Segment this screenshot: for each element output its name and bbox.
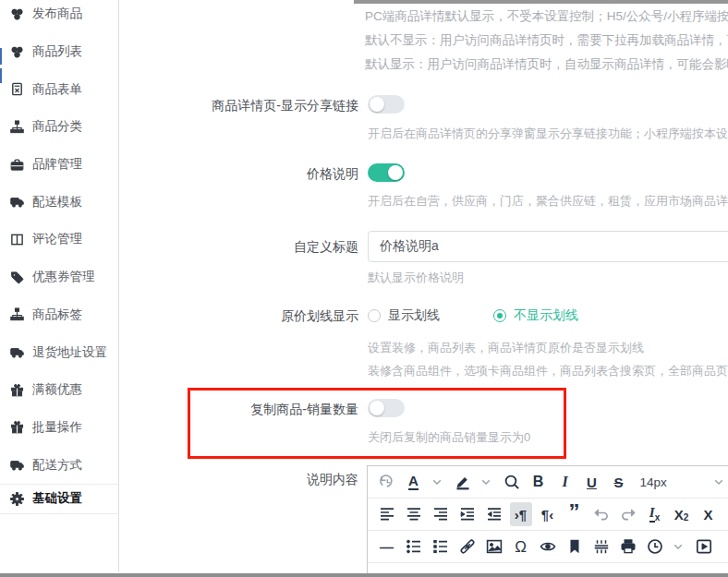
background-artifact xyxy=(0,68,2,83)
copy-sales-helper: 关闭后复制的商品销量显示为0 xyxy=(368,429,728,446)
align-center-icon[interactable] xyxy=(403,502,425,526)
truck-icon xyxy=(10,458,24,472)
strike-price-radio-group: 显示划线 不显示划线 xyxy=(368,307,578,324)
search-icon[interactable] xyxy=(501,470,523,494)
share-link-helper: 开启后在商品详情页的分享弹窗显示分享链接功能；小程序端按本设置控制 xyxy=(368,126,728,142)
sidebar-divider xyxy=(0,513,118,514)
align-left-icon[interactable] xyxy=(376,502,398,526)
share-link-label: 商品详情页-显示分享链接 xyxy=(0,98,358,114)
bullet-list-icon[interactable] xyxy=(403,535,425,559)
gift-icon xyxy=(10,420,24,434)
custom-title-helper: 默认显示价格说明 xyxy=(368,270,728,286)
chevron-down-icon[interactable] xyxy=(667,535,689,559)
horizontal-rule-icon[interactable]: — xyxy=(376,535,398,559)
link-icon[interactable] xyxy=(456,535,479,559)
app-window: 发布商品 商品列表 商品表单 商品分类 品牌管理 配送模板 评论管理 优惠券管理… xyxy=(0,0,728,577)
editor-toolbar-row-1: A B I U S 14px xyxy=(368,466,728,499)
numbered-list-icon[interactable] xyxy=(430,535,452,559)
ltr-icon[interactable]: ›¶ xyxy=(510,502,532,526)
image-icon[interactable] xyxy=(483,535,505,559)
blockquote-icon[interactable]: ” xyxy=(564,502,586,526)
chevron-down-icon[interactable] xyxy=(475,470,497,494)
clear-format-icon[interactable]: Ix xyxy=(644,502,666,526)
gear-icon xyxy=(10,492,24,506)
radio-circle-icon xyxy=(368,309,381,322)
highlight-color-icon[interactable] xyxy=(452,470,474,494)
share-link-toggle[interactable] xyxy=(368,95,405,114)
strike-price-helper-2: 装修含商品组件，选项卡商品组件，商品列表含搜索页，全部商品页，品牌商品页 xyxy=(368,363,728,379)
bold-icon[interactable]: B xyxy=(528,470,550,494)
radio-hide-strike[interactable]: 不显示划线 xyxy=(493,307,578,324)
underline-icon[interactable]: U xyxy=(581,470,603,494)
font-size-value: 14px xyxy=(640,475,667,489)
price-note-label: 价格说明 xyxy=(0,166,358,183)
preview-eye-icon[interactable] xyxy=(537,535,559,559)
font-size-dropdown[interactable]: 14px xyxy=(635,470,723,494)
radio-circle-icon xyxy=(493,309,506,322)
font-color-icon[interactable]: A xyxy=(403,470,425,494)
intro-line-3: 默认显示：用户访问商品详情页时，自动显示商品详情，可能会影响商品详情打开 xyxy=(365,56,728,73)
print-icon[interactable] xyxy=(617,535,639,559)
cubes-icon xyxy=(10,7,24,21)
sidebar-item-delivery-template[interactable]: 配送模板 xyxy=(0,183,118,221)
sidebar-item-return-address[interactable]: 退货地址设置 xyxy=(0,333,118,371)
radio-show-strike[interactable]: 显示划线 xyxy=(368,307,440,324)
bookmark-icon[interactable] xyxy=(564,535,586,559)
file-icon xyxy=(10,82,24,96)
custom-title-label: 自定义标题 xyxy=(0,239,358,256)
price-note-toggle[interactable] xyxy=(368,163,405,182)
content-label: 说明内容 xyxy=(0,472,358,488)
rich-text-editor: A B I U S 14px ›¶ ¶‹ ” Ix xyxy=(367,465,728,577)
gift-icon xyxy=(10,383,24,397)
bottom-window-edge xyxy=(0,573,728,577)
truck-icon xyxy=(10,345,24,359)
cubes-icon xyxy=(10,45,24,59)
intro-line-1: PC端商品详情默认显示，不受本设置控制；H5/公众号/小程序端按本设置控制； xyxy=(365,8,728,25)
subscript-icon[interactable]: X2 xyxy=(671,502,693,526)
sitemap-icon xyxy=(10,120,24,134)
superscript-icon[interactable]: X xyxy=(698,502,720,526)
truck-icon xyxy=(10,195,24,209)
special-char-icon[interactable]: Ω xyxy=(510,535,532,559)
copy-sales-toggle[interactable] xyxy=(368,399,405,417)
background-artifact xyxy=(0,48,2,65)
rtl-icon[interactable]: ¶‹ xyxy=(537,502,559,526)
chevron-down-icon xyxy=(714,479,723,486)
sidebar-item-product-list[interactable]: 商品列表 xyxy=(0,33,118,71)
editor-toolbar-row-3: — Ω xyxy=(368,531,728,563)
media-icon[interactable] xyxy=(693,535,715,559)
indent-icon[interactable] xyxy=(483,502,505,526)
datetime-clock-icon[interactable] xyxy=(644,535,666,559)
strike-price-label: 原价划线显示 xyxy=(0,308,358,325)
copy-sales-label: 复制商品-销量数量 xyxy=(0,402,358,418)
toggle-knob xyxy=(370,97,384,112)
sidebar-item-publish-product[interactable]: 发布商品 xyxy=(0,0,118,33)
history-icon[interactable] xyxy=(376,470,398,494)
strike-price-helper-1: 设置装修，商品列表，商品详情页原价是否显示划线 xyxy=(368,340,728,356)
undo-icon[interactable] xyxy=(590,502,613,526)
tag-icon xyxy=(10,270,24,284)
chevron-down-icon[interactable] xyxy=(426,470,448,494)
sidebar-item-basic-settings[interactable]: 基础设置 xyxy=(0,485,118,513)
sidebar-item-coupon-management[interactable]: 优惠券管理 xyxy=(0,258,118,296)
intro-line-2: 默认不显示：用户访问商品详情页时，需要下拉再加载商品详情，可以提升页面打开 xyxy=(365,32,728,49)
align-right-icon[interactable] xyxy=(430,502,452,526)
price-note-helper: 开启后在自营，供应商，门店，聚合供应链，租赁，应用市场商品详情页显示价格 xyxy=(368,193,728,210)
toggle-knob xyxy=(370,401,384,415)
italic-icon[interactable]: I xyxy=(554,470,576,494)
page-break-icon[interactable] xyxy=(590,535,613,559)
editor-toolbar-row-2: ›¶ ¶‹ ” Ix X2 X xyxy=(368,499,728,531)
toggle-knob xyxy=(388,165,403,180)
custom-title-input[interactable] xyxy=(368,231,728,262)
outdent-icon[interactable] xyxy=(456,502,479,526)
strikethrough-icon[interactable]: S xyxy=(608,470,630,494)
top-overlay-edge xyxy=(354,0,728,4)
sidebar-menu: 发布商品 商品列表 商品表单 商品分类 品牌管理 配送模板 评论管理 优惠券管理… xyxy=(0,0,118,514)
redo-icon[interactable] xyxy=(617,502,639,526)
